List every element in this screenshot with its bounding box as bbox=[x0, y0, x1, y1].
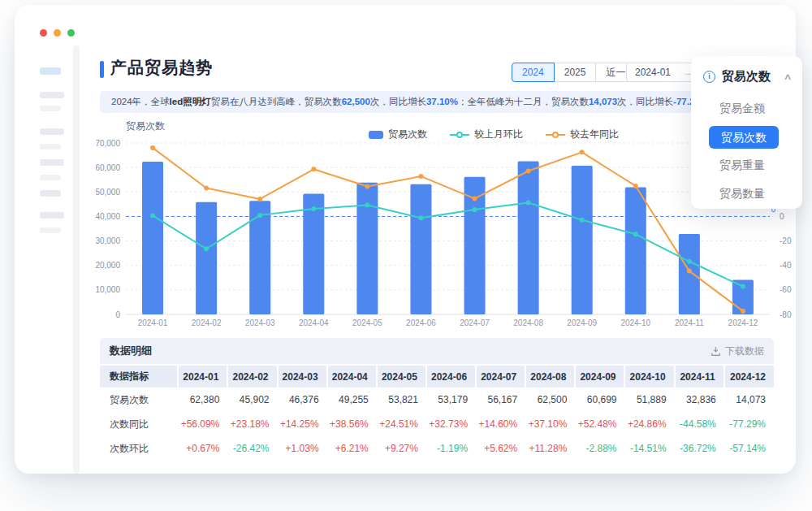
point-较去年同比-2024-04[interactable] bbox=[311, 167, 316, 171]
bar-2024-01[interactable] bbox=[142, 162, 163, 314]
metric-option-贸易数量[interactable]: 贸易数量 bbox=[691, 180, 802, 208]
point-较去年同比-2024-10[interactable] bbox=[633, 184, 638, 188]
table-cell: -14.51% bbox=[624, 436, 674, 461]
table-cell: +37.10% bbox=[525, 412, 575, 436]
point-较去年同比-2024-01[interactable] bbox=[150, 145, 155, 150]
table-cell: +23.18% bbox=[227, 412, 277, 436]
table-header-cell: 2024-06 bbox=[426, 366, 476, 388]
content-scrollbar[interactable] bbox=[73, 45, 80, 474]
time-filter-2025[interactable]: 2025 bbox=[554, 63, 597, 82]
metric-dropdown-panel: i 贸易次数 ∧ 贸易金额贸易次数贸易重量贸易数量 bbox=[691, 56, 802, 209]
point-较去年同比-2024-07[interactable] bbox=[473, 196, 477, 201]
bar-2024-11[interactable] bbox=[679, 234, 700, 314]
download-icon bbox=[710, 346, 721, 357]
data-detail-header: 数据明细 下载数据 bbox=[100, 338, 774, 364]
table-row-贸易次数: 贸易次数62,38045,90246,37649,25553,82153,179… bbox=[100, 388, 774, 412]
sidebar-item[interactable] bbox=[40, 159, 64, 166]
point-较上月环比-2024-08[interactable] bbox=[526, 200, 531, 205]
bar-2024-10[interactable] bbox=[625, 188, 646, 314]
x-axis-tick: 2024-12 bbox=[728, 318, 758, 327]
point-较去年同比-2024-08[interactable] bbox=[526, 169, 531, 174]
table-cell: -44.58% bbox=[675, 412, 724, 436]
table-cell: -26.42% bbox=[227, 436, 277, 461]
bar-2024-09[interactable] bbox=[572, 166, 593, 314]
table-header-cell: 2024-04 bbox=[327, 366, 377, 388]
sidebar-item[interactable] bbox=[40, 190, 61, 197]
point-较上月环比-2024-10[interactable] bbox=[633, 232, 638, 236]
point-较去年同比-2024-06[interactable] bbox=[418, 174, 423, 179]
summary-segment: 14,073 bbox=[589, 97, 617, 106]
minimize-window-icon[interactable] bbox=[54, 29, 61, 37]
bar-2024-03[interactable] bbox=[249, 201, 270, 314]
table-cell: +24.51% bbox=[377, 412, 426, 436]
bar-2024-08[interactable] bbox=[518, 162, 539, 314]
download-label: 下载数据 bbox=[725, 344, 764, 358]
metric-option-贸易次数[interactable]: 贸易次数 bbox=[691, 123, 802, 151]
point-较上月环比-2024-05[interactable] bbox=[365, 202, 369, 207]
sidebar-item[interactable] bbox=[40, 106, 61, 111]
table-cell: 62,380 bbox=[178, 388, 227, 412]
table-cell: +1.03% bbox=[278, 436, 327, 461]
table-cell: 53,179 bbox=[426, 388, 476, 412]
point-较上月环比-2024-12[interactable] bbox=[741, 284, 745, 289]
bar-2024-06[interactable] bbox=[410, 184, 431, 314]
table-header-cell: 2024-05 bbox=[377, 366, 426, 388]
sidebar-item[interactable] bbox=[40, 128, 64, 135]
table-cell: 46,376 bbox=[278, 388, 327, 412]
x-axis-tick: 2024-08 bbox=[513, 318, 543, 327]
point-较上月环比-2024-01[interactable] bbox=[150, 213, 155, 218]
summary-segment: 37.10% bbox=[426, 97, 458, 106]
x-axis-tick: 2024-02 bbox=[192, 318, 222, 327]
table-cell: -36.72% bbox=[675, 436, 724, 461]
chevron-up-icon[interactable]: ∧ bbox=[783, 71, 792, 82]
metric-option-贸易重量[interactable]: 贸易重量 bbox=[691, 151, 802, 180]
table-cell: +11.28% bbox=[525, 436, 575, 461]
table-cell: +24.86% bbox=[624, 412, 674, 436]
bar-2024-02[interactable] bbox=[196, 202, 217, 314]
table-cell: -57.14% bbox=[724, 436, 774, 461]
summary-segment: 贸易在八月达到高峰，贸易次数 bbox=[211, 97, 342, 106]
table-cell: 62,500 bbox=[525, 388, 575, 412]
point-较去年同比-2024-05[interactable] bbox=[365, 184, 369, 188]
x-axis-tick: 2024-10 bbox=[620, 318, 650, 327]
table-cell: +14.60% bbox=[476, 412, 525, 436]
point-较去年同比-2024-12[interactable] bbox=[741, 309, 745, 314]
window-controls bbox=[40, 29, 75, 37]
table-header-cell: 2024-10 bbox=[624, 366, 674, 388]
point-较上月环比-2024-09[interactable] bbox=[580, 218, 585, 223]
point-较上月环比-2024-11[interactable] bbox=[687, 259, 692, 264]
x-axis-tick: 2024-01 bbox=[138, 318, 168, 327]
point-较去年同比-2024-11[interactable] bbox=[687, 269, 692, 274]
point-较上月环比-2024-07[interactable] bbox=[473, 207, 477, 212]
metric-dropdown-trigger[interactable]: i 贸易次数 ∧ bbox=[691, 56, 802, 84]
sidebar-item[interactable] bbox=[40, 227, 61, 233]
sidebar-item[interactable] bbox=[40, 175, 61, 180]
metric-option-贸易金额[interactable]: 贸易金额 bbox=[691, 94, 802, 123]
data-detail-title: 数据明细 bbox=[110, 344, 152, 358]
point-较去年同比-2024-09[interactable] bbox=[580, 149, 585, 154]
point-较去年同比-2024-03[interactable] bbox=[257, 197, 262, 201]
point-较上月环比-2024-03[interactable] bbox=[257, 213, 262, 218]
right-axis-tick: 0 bbox=[780, 212, 784, 221]
data-table: 数据指标2024-012024-022024-032024-042024-052… bbox=[100, 366, 774, 461]
sidebar-item[interactable] bbox=[40, 92, 64, 98]
bar-2024-04[interactable] bbox=[303, 194, 324, 314]
left-axis-tick: 60,000 bbox=[96, 163, 120, 172]
sidebar-item[interactable] bbox=[40, 144, 61, 149]
point-较去年同比-2024-02[interactable] bbox=[204, 185, 209, 190]
summary-segment: 次，同比增长 bbox=[617, 97, 673, 106]
table-cell: +52.48% bbox=[575, 412, 624, 436]
table-cell: -1.19% bbox=[426, 436, 476, 461]
bar-2024-05[interactable] bbox=[356, 183, 378, 314]
point-较上月环比-2024-04[interactable] bbox=[311, 206, 316, 211]
close-window-icon[interactable] bbox=[40, 29, 47, 37]
download-data-button[interactable]: 下载数据 bbox=[710, 344, 764, 358]
point-较上月环比-2024-06[interactable] bbox=[418, 215, 423, 220]
maximize-window-icon[interactable] bbox=[67, 29, 75, 37]
summary-segment: 62,500 bbox=[342, 97, 370, 106]
sidebar-item-active[interactable] bbox=[40, 67, 61, 75]
point-较上月环比-2024-02[interactable] bbox=[204, 246, 209, 251]
table-header-cell: 2024-07 bbox=[476, 366, 525, 388]
time-filter-2024[interactable]: 2024 bbox=[512, 63, 555, 82]
sidebar-item[interactable] bbox=[40, 212, 64, 219]
